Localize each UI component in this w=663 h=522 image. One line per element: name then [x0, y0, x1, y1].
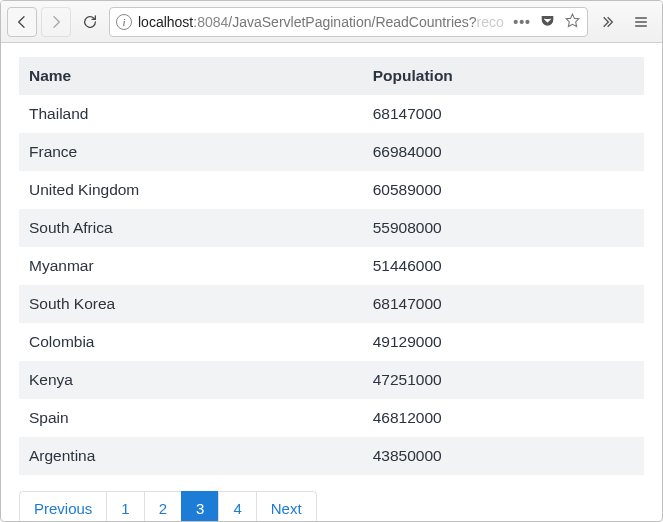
cell-name: South Korea — [19, 285, 363, 323]
page-action-icon[interactable]: ••• — [513, 14, 531, 30]
cell-population: 49129000 — [363, 323, 644, 361]
arrow-right-icon — [48, 14, 64, 30]
table-row: Colombia49129000 — [19, 323, 644, 361]
table-row: Argentina43850000 — [19, 437, 644, 475]
hamburger-menu-button[interactable] — [626, 7, 656, 37]
table-row: Thailand68147000 — [19, 95, 644, 133]
cell-population: 60589000 — [363, 171, 644, 209]
cell-population: 51446000 — [363, 247, 644, 285]
table-row: Spain46812000 — [19, 399, 644, 437]
cell-population: 43850000 — [363, 437, 644, 475]
chevrons-right-icon — [599, 14, 615, 30]
pagination-page-1[interactable]: 1 — [106, 491, 144, 522]
table-row: South Korea68147000 — [19, 285, 644, 323]
cell-name: Kenya — [19, 361, 363, 399]
back-button[interactable] — [7, 7, 37, 37]
pagination-page-3[interactable]: 3 — [181, 491, 219, 522]
hamburger-icon — [633, 14, 649, 30]
table-row: Kenya47251000 — [19, 361, 644, 399]
column-header-population: Population — [363, 57, 644, 95]
browser-toolbar: i localhost:8084/JavaServletPagination/R… — [1, 1, 662, 43]
reload-button[interactable] — [75, 7, 105, 37]
page-content: Name Population Thailand68147000France66… — [1, 43, 662, 522]
address-bar[interactable]: i localhost:8084/JavaServletPagination/R… — [109, 7, 588, 37]
cell-name: Spain — [19, 399, 363, 437]
reload-icon — [82, 14, 98, 30]
table-row: Myanmar51446000 — [19, 247, 644, 285]
cell-name: Colombia — [19, 323, 363, 361]
pagination-page-2[interactable]: 2 — [144, 491, 182, 522]
pagination-page-4[interactable]: 4 — [218, 491, 256, 522]
forward-button[interactable] — [41, 7, 71, 37]
cell-name: Myanmar — [19, 247, 363, 285]
pagination-next[interactable]: Next — [256, 491, 317, 522]
pagination-previous[interactable]: Previous — [19, 491, 107, 522]
table-row: France66984000 — [19, 133, 644, 171]
overflow-button[interactable] — [592, 7, 622, 37]
cell-name: United Kingdom — [19, 171, 363, 209]
cell-name: France — [19, 133, 363, 171]
table-row: South Africa55908000 — [19, 209, 644, 247]
bookmark-star-icon[interactable] — [564, 12, 581, 32]
cell-population: 68147000 — [363, 95, 644, 133]
cell-name: South Africa — [19, 209, 363, 247]
cell-population: 47251000 — [363, 361, 644, 399]
pocket-icon[interactable] — [539, 12, 556, 32]
arrow-left-icon — [14, 14, 30, 30]
column-header-name: Name — [19, 57, 363, 95]
cell-name: Argentina — [19, 437, 363, 475]
url-text: localhost:8084/JavaServletPagination/Rea… — [138, 14, 507, 30]
cell-population: 46812000 — [363, 399, 644, 437]
site-info-icon[interactable]: i — [116, 14, 132, 30]
cell-population: 66984000 — [363, 133, 644, 171]
svg-marker-0 — [566, 14, 579, 26]
cell-name: Thailand — [19, 95, 363, 133]
countries-table: Name Population Thailand68147000France66… — [19, 57, 644, 475]
table-row: United Kingdom60589000 — [19, 171, 644, 209]
pagination: Previous1234Next — [19, 491, 644, 522]
cell-population: 68147000 — [363, 285, 644, 323]
cell-population: 55908000 — [363, 209, 644, 247]
